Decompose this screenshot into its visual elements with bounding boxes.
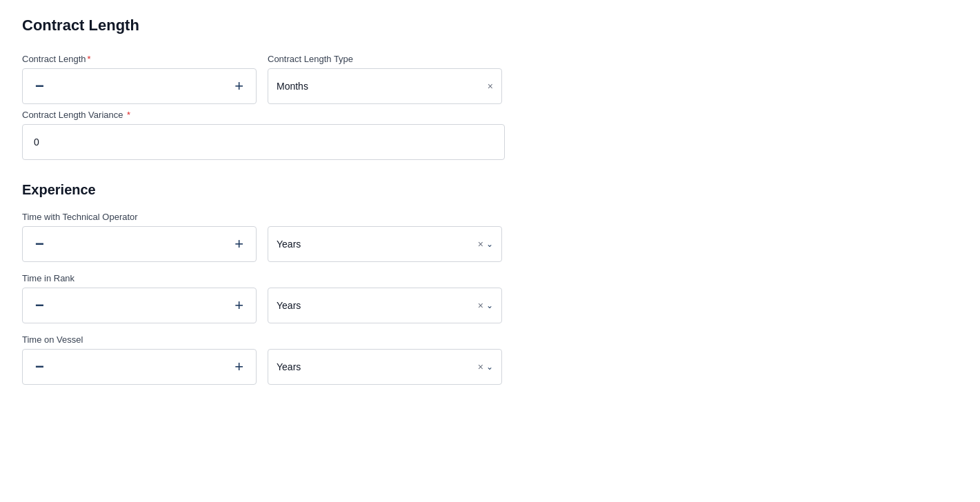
page-title: Contract Length [22,17,530,34]
time-in-rank-clear-button[interactable]: × [478,301,483,310]
time-on-vessel-unit-value: Years [277,361,472,372]
contract-length-type-label: Contract Length Type [268,54,502,64]
contract-length-type-group: Contract Length Type Months × [268,54,502,104]
time-with-technical-operator-stepper: − + [22,226,257,262]
contract-length-type-clear-button[interactable]: × [488,81,493,91]
time-in-rank-minus-button[interactable]: − [32,295,47,316]
contract-length-row: Contract Length* − + Contract Length Typ… [22,54,530,104]
time-with-technical-operator-group: Time with Technical Operator − + Years ×… [22,212,530,262]
time-on-vessel-label: Time on Vessel [22,334,530,345]
time-on-vessel-stepper: − + [22,349,257,385]
time-in-rank-group: Time in Rank − + Years × ⌄ [22,273,530,323]
time-in-rank-unit-value: Years [277,300,472,311]
contract-length-variance-group: Contract Length Variance * [22,110,505,160]
contract-length-variance-label: Contract Length Variance * [22,110,505,120]
time-in-rank-unit-select[interactable]: Years × ⌄ [268,288,502,323]
time-with-technical-operator-pair: − + Years × ⌄ [22,226,530,262]
time-with-technical-operator-unit-select[interactable]: Years × ⌄ [268,226,502,262]
contract-length-minus-button[interactable]: − [32,76,47,97]
contract-length-section: Contract Length* − + Contract Length Typ… [22,54,530,160]
time-in-rank-label: Time in Rank [22,273,530,283]
time-in-rank-select-controls: × ⌄ [478,301,493,310]
time-on-vessel-select-controls: × ⌄ [478,362,493,372]
contract-length-plus-button[interactable]: + [232,76,246,97]
contract-length-group: Contract Length* − + [22,54,257,104]
time-in-rank-plus-button[interactable]: + [232,295,246,316]
experience-section: Experience Time with Technical Operator … [22,182,530,385]
time-on-vessel-chevron-icon: ⌄ [486,362,493,372]
time-with-technical-operator-minus-button[interactable]: − [32,234,47,254]
time-with-technical-operator-label: Time with Technical Operator [22,212,530,222]
contract-length-label: Contract Length* [22,54,257,64]
time-with-technical-operator-plus-button[interactable]: + [232,234,246,254]
time-on-vessel-plus-button[interactable]: + [232,357,246,377]
time-with-technical-operator-select-controls: × ⌄ [478,239,493,249]
time-on-vessel-group: Time on Vessel − + Years × ⌄ [22,334,530,385]
time-with-technical-operator-unit-value: Years [277,239,472,250]
time-in-rank-chevron-icon: ⌄ [486,301,493,310]
time-in-rank-stepper: − + [22,288,257,323]
time-with-technical-operator-chevron-icon: ⌄ [486,239,493,249]
contract-length-type-input[interactable]: Months × [268,68,502,104]
time-with-technical-operator-clear-button[interactable]: × [478,239,483,249]
experience-section-title: Experience [22,182,530,198]
time-on-vessel-clear-button[interactable]: × [478,362,483,372]
variance-required-indicator: * [124,110,130,120]
time-on-vessel-minus-button[interactable]: − [32,357,47,377]
time-on-vessel-unit-select[interactable]: Years × ⌄ [268,349,502,385]
time-on-vessel-pair: − + Years × ⌄ [22,349,530,385]
required-indicator: * [88,54,91,64]
contract-length-stepper: − + [22,68,257,104]
contract-length-variance-input[interactable] [22,124,505,160]
contract-length-type-value: Months [277,81,482,92]
time-in-rank-pair: − + Years × ⌄ [22,288,530,323]
